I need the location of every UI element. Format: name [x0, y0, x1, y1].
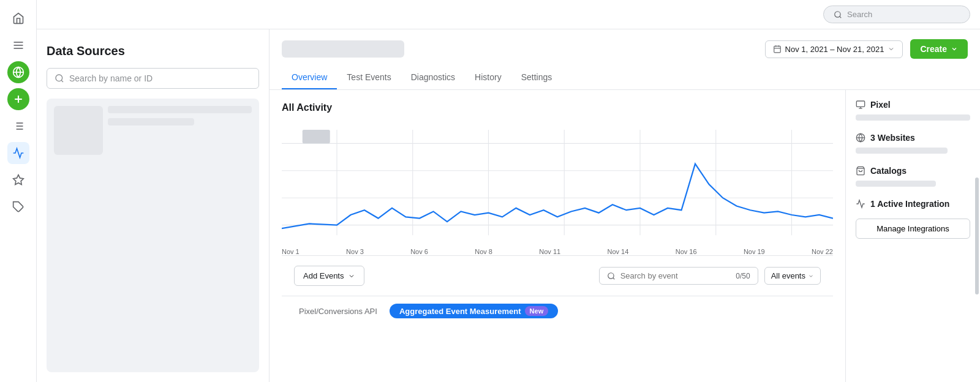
x-label-nov1: Nov 1	[282, 248, 300, 255]
event-search-icon	[607, 272, 616, 280]
add-events-label: Add Events	[303, 271, 344, 280]
right-panel: Nov 1, 2021 – Nov 21, 2021 Create Overvi…	[270, 29, 980, 382]
search-input[interactable]	[69, 73, 251, 83]
list-placeholder	[47, 99, 259, 372]
svg-rect-37	[856, 101, 864, 107]
x-label-nov11: Nov 11	[539, 248, 560, 255]
event-count: 0/50	[736, 272, 750, 280]
x-label-nov16: Nov 16	[676, 248, 697, 255]
pixel-icon	[856, 100, 865, 110]
aem-tab[interactable]: Aggregated Event Measurement New	[390, 304, 558, 318]
chart-section: All Activity	[270, 90, 845, 382]
tab-settings[interactable]: Settings	[511, 66, 562, 89]
x-label-nov6: Nov 6	[410, 248, 428, 255]
right-sidebar-panel: Pixel 3 Websites	[845, 90, 980, 382]
catalogs-bar	[856, 181, 936, 187]
tabs: Overview Test Events Diagnostics History…	[282, 66, 968, 89]
search-box[interactable]	[47, 68, 259, 89]
star-icon[interactable]	[7, 169, 29, 191]
tab-test-events[interactable]: Test Events	[337, 66, 401, 89]
calendar-icon	[773, 45, 782, 53]
x-label-nov8: Nov 8	[475, 248, 492, 255]
nav-sidebar	[0, 0, 37, 382]
menu-icon[interactable]	[7, 34, 29, 56]
websites-bar	[856, 148, 948, 154]
bottom-toolbar: Add Events 0/50 All events	[282, 255, 833, 296]
pixel-section: Pixel	[856, 100, 970, 121]
top-search-placeholder: Search	[847, 10, 872, 19]
right-header: Nov 1, 2021 – Nov 21, 2021 Create Overvi…	[270, 29, 980, 90]
svg-marker-13	[13, 175, 23, 185]
all-events-chevron	[808, 273, 814, 279]
websites-section-title: 3 Websites	[856, 133, 970, 143]
x-label-nov19: Nov 19	[744, 248, 765, 255]
home-icon[interactable]	[7, 7, 29, 29]
top-search-box[interactable]: Search	[823, 6, 970, 23]
all-events-select[interactable]: All events	[764, 267, 821, 285]
aem-label: Aggregated Event Measurement	[399, 307, 521, 316]
tab-history[interactable]: History	[465, 66, 511, 89]
chart-container	[282, 123, 833, 245]
x-label-nov3: Nov 3	[346, 248, 364, 255]
tag-icon[interactable]	[7, 196, 29, 218]
x-label-nov22: Nov 22	[812, 248, 833, 255]
list-item-line	[108, 106, 252, 113]
tab-overview[interactable]: Overview	[282, 66, 337, 89]
tab-diagnostics[interactable]: Diagnostics	[401, 66, 465, 89]
pixel-api-tab[interactable]: Pixel/Conversions API	[294, 304, 382, 318]
date-picker-button[interactable]: Nov 1, 2021 – Nov 21, 2021	[765, 40, 903, 58]
pixel-bar	[856, 114, 970, 121]
integration-section: 1 Active Integration Manage Integrations	[856, 199, 970, 239]
activity-chart	[282, 123, 833, 245]
create-chevron-icon	[951, 45, 958, 53]
websites-section: 3 Websites	[856, 133, 970, 154]
scrollbar[interactable]	[975, 178, 979, 294]
list-icon[interactable]	[7, 115, 29, 137]
catalogs-section: Catalogs	[856, 166, 970, 187]
new-badge: New	[525, 306, 549, 316]
list-item-line-short	[108, 118, 194, 125]
x-label-nov14: Nov 14	[608, 248, 629, 255]
pixel-section-title: Pixel	[856, 100, 970, 110]
datasource-name-placeholder	[282, 40, 404, 58]
catalogs-icon	[856, 166, 865, 176]
catalogs-section-title: Catalogs	[856, 166, 970, 176]
svg-rect-19	[774, 46, 780, 53]
content-area: All Activity	[270, 90, 980, 382]
add-events-chevron	[348, 272, 355, 280]
svg-line-18	[61, 80, 63, 82]
event-search-input[interactable]	[620, 271, 731, 280]
search-icon	[55, 73, 64, 83]
page-title: Data Sources	[47, 39, 259, 61]
svg-point-35	[608, 272, 613, 278]
chevron-down-icon	[888, 45, 895, 53]
svg-line-36	[612, 277, 614, 279]
all-events-label: All events	[771, 271, 805, 280]
websites-icon	[856, 133, 865, 143]
date-range-label: Nov 1, 2021 – Nov 21, 2021	[785, 45, 884, 54]
svg-point-15	[835, 11, 840, 17]
svg-point-17	[56, 75, 62, 81]
x-axis-labels: Nov 1 Nov 3 Nov 6 Nov 8 Nov 11 Nov 14 No…	[282, 245, 833, 255]
svg-rect-34	[303, 130, 330, 143]
top-bar: Search	[37, 0, 980, 29]
create-button[interactable]: Create	[910, 39, 968, 59]
bottom-tabs: Pixel/Conversions API Aggregated Event M…	[282, 296, 833, 326]
globe-icon[interactable]	[7, 61, 29, 83]
add-events-button[interactable]: Add Events	[294, 266, 364, 286]
top-search-icon	[834, 10, 842, 19]
header-actions: Nov 1, 2021 – Nov 21, 2021 Create	[765, 39, 968, 59]
chart-title: All Activity	[282, 102, 833, 113]
integration-section-title: 1 Active Integration	[856, 199, 970, 209]
analytics-icon[interactable]	[7, 142, 29, 164]
integration-icon	[856, 199, 865, 209]
svg-line-16	[840, 16, 842, 18]
list-item-thumb	[54, 106, 103, 155]
left-panel: Data Sources	[37, 29, 270, 382]
event-search-box[interactable]: 0/50	[599, 267, 758, 285]
add-icon[interactable]	[7, 88, 29, 110]
manage-integrations-button[interactable]: Manage Integrations	[856, 219, 970, 239]
